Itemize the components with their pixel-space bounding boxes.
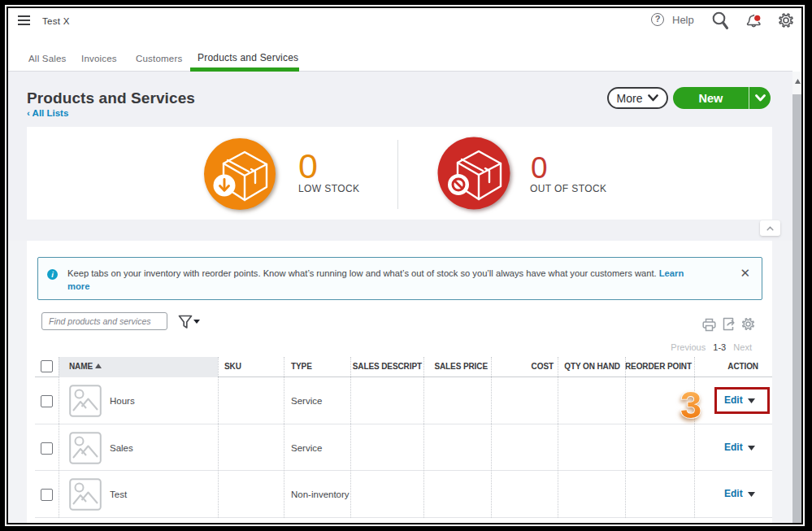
svg-text:3: 3 bbox=[680, 385, 701, 426]
